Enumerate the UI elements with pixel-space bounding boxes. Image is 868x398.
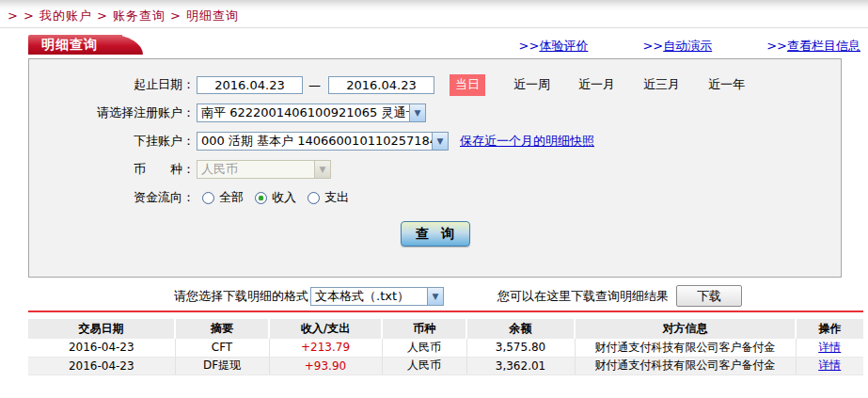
cell-counterparty: 财付通支付科技有限公司客户备付金 xyxy=(575,357,796,374)
cell-summary: CFT xyxy=(175,339,269,357)
query-button-row: 查 询 xyxy=(29,221,841,247)
tab-detail-query[interactable]: 明细查询 xyxy=(28,35,122,55)
breadcrumb-item-my-account[interactable]: 我的账户 xyxy=(39,8,92,23)
chevron-down-icon: ▼ xyxy=(432,133,448,150)
link-auto-demo[interactable]: >>自动演示 xyxy=(642,38,712,55)
quick-range-month[interactable]: 近一月 xyxy=(578,76,615,93)
currency-label: 币 种： xyxy=(29,161,195,178)
sub-account-row: 下挂账户： 000 活期 基本户 1406600101102571848 ▼ 保… xyxy=(29,127,841,155)
download-format-label: 请您选择下载明细的格式 xyxy=(174,288,308,305)
end-date-input[interactable] xyxy=(328,76,434,94)
detail-link[interactable]: 详情 xyxy=(818,358,841,372)
radio-icon[interactable] xyxy=(202,192,214,204)
header-currency: 币种 xyxy=(382,319,466,339)
query-button[interactable]: 查 询 xyxy=(401,221,470,247)
fund-flow-label: 资金流向： xyxy=(29,189,195,206)
fund-flow-radio-group: 全部 收入 支出 xyxy=(195,189,349,206)
cell-balance: 3,362.01 xyxy=(466,357,575,374)
red-divider xyxy=(28,310,863,312)
cell-currency: 人民币 xyxy=(382,339,466,357)
radio-checked-icon[interactable] xyxy=(255,192,267,204)
header-balance: 余额 xyxy=(466,319,575,339)
download-button[interactable]: 下载 xyxy=(676,285,742,307)
radio-icon[interactable] xyxy=(308,192,320,204)
sub-account-select[interactable]: 000 活期 基本户 1406600101102571848 ▼ xyxy=(197,132,449,151)
date-range-row: 起止日期： — 当日 近一周 近一月 近三月 近一年 xyxy=(29,71,841,99)
header-counterparty: 对方信息 xyxy=(575,319,796,339)
date-range-label: 起止日期： xyxy=(29,76,195,93)
detail-link[interactable]: 详情 xyxy=(818,341,841,354)
radio-option-income[interactable]: 收入 xyxy=(255,189,296,206)
register-account-select[interactable]: 南平 6222001406100921065 灵通卡 ▼ xyxy=(197,103,426,122)
query-form: 起止日期： — 当日 近一周 近一月 近三月 近一年 请选择注册账户： 南平 6… xyxy=(28,58,842,278)
radio-option-all[interactable]: 全部 xyxy=(202,189,244,206)
sub-account-label: 下挂账户： xyxy=(29,133,195,150)
download-hint: 您可以在这里下载查询明细结果 xyxy=(497,288,669,305)
tab-row: 明细查询 >>体验评价 >>自动演示 >>查看栏目信息 xyxy=(0,35,868,55)
fund-flow-row: 资金流向： 全部 收入 支出 xyxy=(29,183,841,212)
register-account-row: 请选择注册账户： 南平 6222001406100921065 灵通卡 ▼ xyxy=(29,99,841,127)
quick-range-year[interactable]: 近一年 xyxy=(708,76,745,93)
register-account-label: 请选择注册账户： xyxy=(29,104,195,121)
breadcrumb: > > 我的账户>账务查询>明细查询 xyxy=(8,8,868,24)
quick-range-quarter[interactable]: 近三月 xyxy=(643,76,680,93)
today-button[interactable]: 当日 xyxy=(450,74,485,96)
breadcrumb-separator: > xyxy=(92,8,113,23)
cell-summary: DF提现 xyxy=(175,357,269,374)
breadcrumb-prefix: > > xyxy=(8,8,35,23)
cell-trade-date: 2016-04-23 xyxy=(28,339,175,357)
cell-amount: +213.79 xyxy=(269,339,382,357)
cell-balance: 3,575.80 xyxy=(466,339,575,357)
top-bar: > > 我的账户>账务查询>明细查询 xyxy=(0,0,868,28)
header-summary: 摘要 xyxy=(175,319,269,339)
currency-row: 币 种： 人民币 ▼ xyxy=(29,155,841,183)
start-date-input[interactable] xyxy=(197,76,303,94)
download-format-select[interactable]: 文本格式（.txt） ▼ xyxy=(310,287,444,306)
table-row: 2016-04-23 CFT +213.79 人民币 3,575.80 财付通支… xyxy=(28,339,863,357)
snapshot-link[interactable]: 保存近一个月的明细快照 xyxy=(460,133,594,150)
table-row: 2016-04-23 DF提现 +93.90 人民币 3,362.01 财付通支… xyxy=(28,357,863,374)
link-experience-rating[interactable]: >>体验评价 xyxy=(519,38,589,55)
download-row: 请您选择下载明细的格式 文本格式（.txt） ▼ 您可以在这里下载查询明细结果 … xyxy=(0,285,868,307)
transaction-table: 交易日期 摘要 收入/支出 币种 余额 对方信息 操作 2016-04-23 C… xyxy=(28,319,863,375)
cell-amount: +93.90 xyxy=(269,357,382,374)
chevron-down-icon: ▼ xyxy=(409,104,425,121)
chevron-down-icon: ▼ xyxy=(314,161,330,178)
date-dash: — xyxy=(308,78,321,92)
quick-range-week[interactable]: 近一周 xyxy=(513,76,550,93)
header-action: 操作 xyxy=(796,319,863,339)
table-header-row: 交易日期 摘要 收入/支出 币种 余额 对方信息 操作 xyxy=(28,319,863,339)
currency-select: 人民币 ▼ xyxy=(197,160,331,179)
cell-currency: 人民币 xyxy=(382,357,466,374)
cell-trade-date: 2016-04-23 xyxy=(28,357,175,374)
breadcrumb-item-account-query[interactable]: 账务查询 xyxy=(113,8,166,23)
link-column-info[interactable]: >>查看栏目信息 xyxy=(766,38,860,55)
header-income-expense: 收入/支出 xyxy=(269,319,382,339)
cell-counterparty: 财付通支付科技有限公司客户备付金 xyxy=(575,339,796,357)
breadcrumb-separator: > xyxy=(166,8,186,23)
breadcrumb-item-detail-query[interactable]: 明细查询 xyxy=(186,8,239,23)
chevron-down-icon: ▼ xyxy=(427,288,443,305)
radio-option-expense[interactable]: 支出 xyxy=(308,189,349,206)
header-trade-date: 交易日期 xyxy=(28,319,175,339)
header-links: >>体验评价 >>自动演示 >>查看栏目信息 xyxy=(519,38,860,55)
